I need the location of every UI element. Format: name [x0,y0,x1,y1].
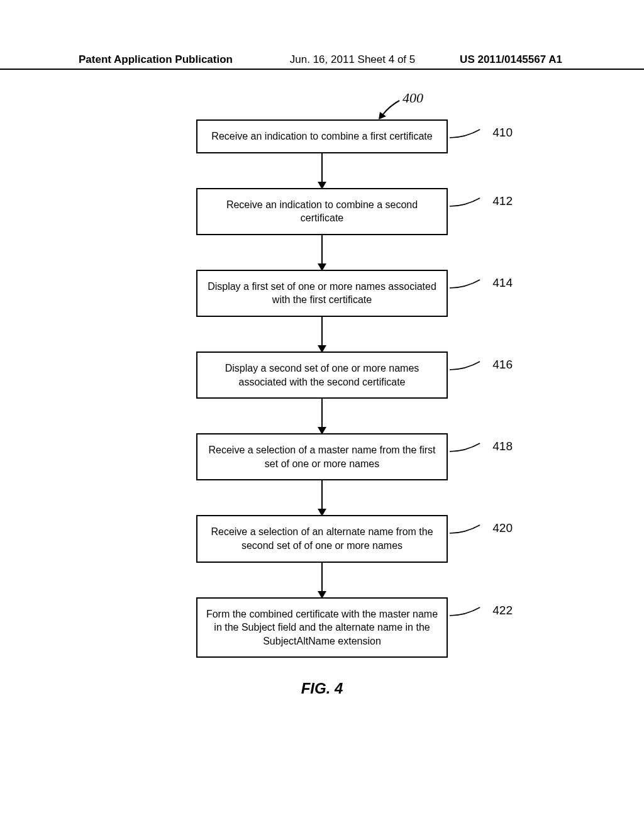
flow-step-410: Receive an indication to combine a first… [196,119,448,153]
flowchart: Receive an indication to combine a first… [0,82,644,697]
flow-step-label: 418 [492,438,513,455]
page-header: Patent Application Publication Jun. 16, … [0,53,644,70]
arrow-down-icon [321,153,323,188]
flow-step-text: Receive a selection of an alternate name… [211,526,433,551]
flow-step-label: 416 [492,357,513,373]
flow-step-label: 420 [492,520,513,536]
label-connector-icon [450,360,481,373]
header-patent-number: US 2011/0145567 A1 [460,53,562,66]
label-connector-icon [450,524,481,536]
arrow-down-icon [321,399,323,433]
flow-step-label: 414 [492,275,513,291]
arrow-down-icon [321,235,323,270]
flow-step-414: Display a first set of one or more names… [196,270,448,317]
figure-caption: FIG. 4 [301,680,343,697]
flow-step-text: Receive an indication to combine a first… [211,131,432,141]
flow-step-label: 412 [492,193,513,209]
flow-step-416: Display a second set of one or more name… [196,351,448,399]
flow-step-text: Receive a selection of a master name fro… [208,445,435,469]
label-connector-icon [450,442,481,455]
flow-step-text: Form the combined certificate with the m… [206,609,438,646]
label-connector-icon [450,197,481,209]
header-publication: Patent Application Publication [79,53,233,66]
arrow-down-icon [321,563,323,597]
flow-step-label: 422 [492,602,513,619]
flow-step-label: 410 [492,124,513,141]
flow-step-422: Form the combined certificate with the m… [196,597,448,658]
flow-step-420: Receive a selection of an alternate name… [196,515,448,562]
label-connector-icon [450,279,481,291]
arrow-down-icon [321,480,323,515]
label-connector-icon [450,606,481,619]
flow-step-text: Receive an indication to combine a secon… [226,199,418,224]
flow-step-text: Display a first set of one or more names… [208,281,436,306]
flow-step-412: Receive an indication to combine a secon… [196,188,448,235]
flow-step-text: Display a second set of one or more name… [225,363,419,387]
flow-step-418: Receive a selection of a master name fro… [196,433,448,480]
header-date-sheet: Jun. 16, 2011 Sheet 4 of 5 [277,53,415,66]
label-connector-icon [450,128,481,141]
arrow-down-icon [321,317,323,351]
